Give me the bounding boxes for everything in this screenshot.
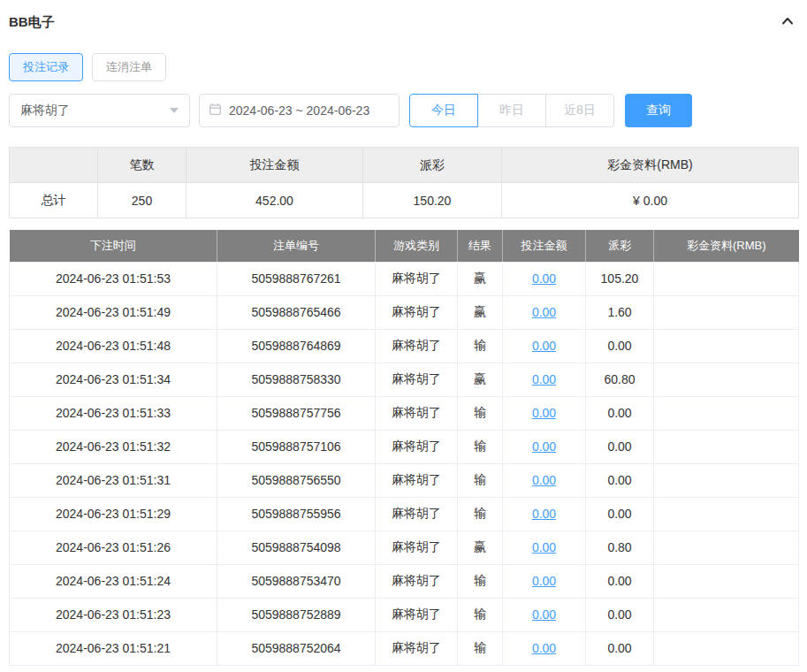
panel-header: BB电子 <box>9 0 798 44</box>
table-row: 2024-06-23 01:51:49 5059888765466 麻将胡了 赢… <box>10 295 799 329</box>
bet-time-cell: 2024-06-23 01:51:26 <box>10 531 217 564</box>
bet-amount-link[interactable]: 0.00 <box>532 574 556 588</box>
payout-cell: 1.60 <box>586 295 654 329</box>
date-range-picker[interactable]: 2024-06-23 ~ 2024-06-23 <box>199 94 400 127</box>
bet-amount-cell: 0.00 <box>503 396 586 430</box>
bet-time-cell: 2024-06-23 01:51:23 <box>10 598 217 631</box>
tab-bar: 投注记录 连消注单 <box>9 53 798 81</box>
bet-amount-link[interactable]: 0.00 <box>532 507 556 521</box>
tab-bet-records[interactable]: 投注记录 <box>9 53 83 81</box>
summary-header-count: 笔数 <box>98 148 187 183</box>
result-cell: 输 <box>458 598 503 631</box>
table-row: 2024-06-23 01:51:32 5059888757106 麻将胡了 输… <box>10 430 799 463</box>
bet-time-cell: 2024-06-23 01:51:32 <box>10 430 217 463</box>
order-number-cell: 5059888764869 <box>217 329 376 363</box>
bet-table-header-row: 下注时间 注单编号 游戏类别 结果 投注金额 派彩 彩金资料(RMB) <box>10 230 799 262</box>
payout-cell: 0.00 <box>586 430 654 463</box>
summary-bonus-value: ¥ 0.00 <box>502 183 799 218</box>
bet-amount-cell: 0.00 <box>503 430 586 463</box>
table-row: 2024-06-23 01:51:23 5059888752889 麻将胡了 输… <box>10 598 799 631</box>
today-button[interactable]: 今日 <box>409 94 478 127</box>
bet-amount-cell: 0.00 <box>503 463 586 497</box>
game-type-cell: 麻将胡了 <box>376 497 458 531</box>
bet-amount-link[interactable]: 0.00 <box>532 406 556 420</box>
bet-table: 下注时间 注单编号 游戏类别 结果 投注金额 派彩 彩金资料(RMB) 2024… <box>9 230 799 666</box>
bet-amount-link[interactable]: 0.00 <box>532 641 556 655</box>
order-number-cell: 5059888754098 <box>217 531 376 564</box>
summary-header-empty <box>10 148 98 183</box>
tab-linked-orders[interactable]: 连消注单 <box>92 53 166 81</box>
bet-amount-link[interactable]: 0.00 <box>532 372 556 386</box>
order-number-cell: 5059888753470 <box>217 564 376 598</box>
payout-cell: 105.20 <box>586 262 654 295</box>
payout-cell: 0.00 <box>586 463 654 497</box>
payout-cell: 0.00 <box>586 497 654 531</box>
result-cell: 赢 <box>458 262 503 295</box>
date-range-value: 2024-06-23 ~ 2024-06-23 <box>229 103 369 118</box>
collapse-button[interactable] <box>777 11 798 33</box>
summary-bet-value: 452.00 <box>187 183 363 218</box>
game-type-cell: 麻将胡了 <box>376 329 458 363</box>
bet-amount-link[interactable]: 0.00 <box>532 473 556 487</box>
game-type-cell: 麻将胡了 <box>376 598 458 631</box>
table-row: 2024-06-23 01:51:31 5059888756550 麻将胡了 输… <box>10 463 799 497</box>
bet-amount-link[interactable]: 0.00 <box>532 339 556 353</box>
header-bet-time: 下注时间 <box>10 230 217 262</box>
table-row: 2024-06-23 01:51:48 5059888764869 麻将胡了 输… <box>10 329 799 363</box>
header-result: 结果 <box>458 230 503 262</box>
bet-amount-cell: 0.00 <box>503 598 586 631</box>
table-row: 2024-06-23 01:51:53 5059888767261 麻将胡了 赢… <box>10 262 799 295</box>
bet-time-cell: 2024-06-23 01:51:34 <box>10 363 217 396</box>
bonus-cell <box>654 497 799 531</box>
result-cell: 输 <box>458 631 503 665</box>
bet-amount-link[interactable]: 0.00 <box>532 439 556 454</box>
summary-header-bet: 投注金额 <box>187 148 363 183</box>
result-cell: 输 <box>458 396 503 430</box>
game-type-cell: 麻将胡了 <box>376 430 458 463</box>
order-number-cell: 5059888767261 <box>217 262 376 295</box>
quick-date-group: 今日 昨日 近8日 <box>409 94 614 127</box>
bet-time-cell: 2024-06-23 01:51:31 <box>10 463 217 497</box>
game-select[interactable]: 麻将胡了 <box>9 94 190 127</box>
last-8-days-button[interactable]: 近8日 <box>545 94 614 127</box>
bet-amount-link[interactable]: 0.00 <box>532 305 556 319</box>
bonus-cell <box>654 295 799 329</box>
bet-amount-cell: 0.00 <box>503 363 586 396</box>
bonus-cell <box>654 363 799 396</box>
result-cell: 赢 <box>458 295 503 329</box>
bet-time-cell: 2024-06-23 01:51:48 <box>10 329 217 363</box>
summary-header-payout: 派彩 <box>363 148 502 183</box>
bonus-cell <box>654 430 799 463</box>
payout-cell: 0.00 <box>586 564 654 598</box>
bet-records-panel: BB电子 投注记录 连消注单 麻将胡了 2024-06-2 <box>0 0 807 666</box>
payout-cell: 0.00 <box>586 396 654 430</box>
bonus-cell <box>654 463 799 497</box>
game-type-cell: 麻将胡了 <box>376 564 458 598</box>
game-type-cell: 麻将胡了 <box>376 363 458 396</box>
header-payout: 派彩 <box>586 230 654 262</box>
result-cell: 赢 <box>458 531 503 564</box>
result-cell: 输 <box>458 497 503 531</box>
summary-header-row: 笔数 投注金额 派彩 彩金资料(RMB) <box>10 148 799 183</box>
bet-time-cell: 2024-06-23 01:51:49 <box>10 295 217 329</box>
order-number-cell: 5059888765466 <box>217 295 376 329</box>
bet-amount-link[interactable]: 0.00 <box>532 607 556 622</box>
bet-amount-cell: 0.00 <box>503 262 586 295</box>
header-game-type: 游戏类别 <box>376 230 458 262</box>
table-row: 2024-06-23 01:51:34 5059888758330 麻将胡了 赢… <box>10 363 799 396</box>
bet-amount-cell: 0.00 <box>503 329 586 363</box>
bet-amount-link[interactable]: 0.00 <box>532 540 556 554</box>
bet-time-cell: 2024-06-23 01:51:33 <box>10 396 217 430</box>
bet-amount-link[interactable]: 0.00 <box>532 271 556 286</box>
header-bet-amount: 投注金额 <box>503 230 586 262</box>
table-row: 2024-06-23 01:51:33 5059888757756 麻将胡了 输… <box>10 396 799 430</box>
bet-time-cell: 2024-06-23 01:51:29 <box>10 497 217 531</box>
table-row: 2024-06-23 01:51:26 5059888754098 麻将胡了 赢… <box>10 531 799 564</box>
yesterday-button[interactable]: 昨日 <box>477 94 546 127</box>
bonus-cell <box>654 631 799 665</box>
search-button[interactable]: 查询 <box>625 94 692 127</box>
order-number-cell: 5059888757106 <box>217 430 376 463</box>
header-order-number: 注单编号 <box>217 230 376 262</box>
table-row: 2024-06-23 01:51:24 5059888753470 麻将胡了 输… <box>10 564 799 598</box>
game-type-cell: 麻将胡了 <box>376 396 458 430</box>
